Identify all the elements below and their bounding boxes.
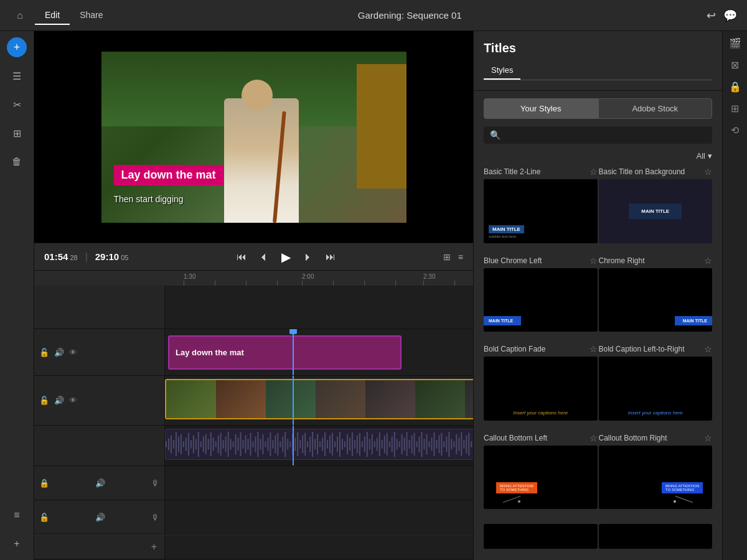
svg-rect-1: [168, 438, 169, 450]
title-item-callout-left: Callout Bottom Left ☆ BRING ATTENTIONTO …: [484, 433, 598, 521]
video-clip[interactable]: [165, 379, 473, 419]
skip-forward-button[interactable]: ⏭: [323, 250, 338, 264]
title-clip-label: Lay down the mat: [176, 348, 244, 357]
sidebar-plus-icon[interactable]: +: [7, 534, 27, 554]
ri-rotate-icon[interactable]: ⟲: [731, 124, 739, 136]
thumb-chrome-right[interactable]: MAIN TITLE: [599, 268, 713, 332]
svg-rect-25: [228, 432, 229, 457]
adobe-stock-button[interactable]: Adobe Stock: [598, 98, 713, 119]
star-basic-2line[interactable]: ☆: [590, 167, 598, 177]
top-bar-left: ⌂ Edit Share: [10, 6, 113, 26]
svg-rect-82: [369, 439, 370, 449]
undo-icon[interactable]: ↩: [707, 9, 716, 22]
svg-rect-33: [248, 439, 249, 449]
lock-icon-a2[interactable]: 🔓: [39, 513, 49, 522]
audio-icon-a1[interactable]: 🔊: [95, 478, 105, 488]
filter-button[interactable]: All ▾: [697, 151, 712, 161]
svg-rect-4: [176, 432, 177, 456]
skip-back-button[interactable]: ⏮: [234, 250, 249, 264]
thumb-extra-1[interactable]: [484, 524, 598, 549]
svg-rect-65: [327, 440, 328, 448]
step-back-button[interactable]: ⏴: [256, 250, 271, 264]
home-icon[interactable]: ⌂: [10, 6, 30, 26]
search-bar: 🔍: [484, 126, 712, 144]
tab-edit[interactable]: Edit: [35, 6, 70, 25]
comment-icon[interactable]: 💬: [723, 9, 737, 22]
title-clip[interactable]: Lay down the mat: [168, 335, 402, 370]
svg-rect-108: [433, 432, 435, 456]
star-callout-left[interactable]: ☆: [590, 433, 598, 443]
track-audio-1: 🔒 🔊 🎙: [34, 466, 473, 500]
mic-icon-a1[interactable]: 🎙: [151, 478, 159, 488]
svg-rect-116: [453, 441, 454, 447]
ri-lock-icon[interactable]: 🔒: [729, 81, 741, 93]
lock-icon-title[interactable]: 🔓: [39, 348, 49, 357]
right-panel-header: Titles Styles: [474, 31, 722, 91]
ri-filter-icon[interactable]: ⊠: [731, 59, 739, 71]
star-basic-bg[interactable]: ☆: [704, 167, 712, 177]
thumb-bold-caption-ltr[interactable]: Insert your captions here: [599, 357, 713, 421]
vis-icon-title[interactable]: 👁: [69, 348, 77, 357]
svg-rect-26: [230, 439, 232, 449]
star-chrome-right[interactable]: ☆: [704, 256, 712, 266]
thumb-callout-left[interactable]: BRING ATTENTIONTO SOMETHING: [484, 446, 598, 510]
play-button[interactable]: ▶: [279, 248, 293, 266]
lock-icon-video[interactable]: 🔓: [39, 396, 49, 405]
video-thumb-2: [216, 380, 266, 418]
svg-rect-9: [188, 433, 189, 455]
transport-bar: 01:54 28 | 29:10 05 ⏮ ⏴ ▶ ⏵ ⏭ ⊞ ≡: [34, 243, 473, 271]
panel-tabs: Styles: [484, 62, 712, 80]
video-bg: Lay down the mat Then start digging: [101, 52, 406, 223]
settings-icon[interactable]: ≡: [458, 252, 463, 262]
audio-icon-video[interactable]: 🔊: [54, 396, 64, 405]
sidebar-trim-icon[interactable]: ✂: [7, 95, 27, 114]
lock-icon-a1[interactable]: 🔒: [39, 478, 49, 488]
vis-icon-video[interactable]: 👁: [69, 396, 77, 405]
callout-box-left: BRING ATTENTIONTO SOMETHING: [496, 482, 537, 493]
star-callout-right[interactable]: ☆: [704, 433, 712, 443]
timeline-area: 1:30 2:00 2:30: [34, 271, 473, 560]
svg-rect-43: [272, 440, 273, 448]
thumb-callout-right[interactable]: BRING ATTENTIONTO SOMETHING: [599, 446, 713, 510]
thumb-bold-caption-fade[interactable]: Insert your captions here: [484, 357, 598, 421]
svg-rect-88: [384, 436, 385, 454]
svg-rect-16: [205, 434, 207, 455]
sidebar-delete-icon[interactable]: 🗑: [7, 152, 27, 172]
svg-rect-5: [178, 437, 179, 452]
svg-rect-87: [382, 440, 383, 448]
ri-titles-icon[interactable]: 🎬: [729, 37, 741, 49]
search-input[interactable]: [505, 131, 706, 140]
style-buttons: Your Styles Adobe Stock: [484, 98, 712, 119]
track-body-video: [165, 376, 473, 425]
sidebar-list-icon[interactable]: ≡: [7, 505, 27, 525]
add-button[interactable]: +: [7, 37, 27, 57]
star-bold-caption-fade[interactable]: ☆: [590, 344, 598, 354]
star-blue-chrome-l[interactable]: ☆: [590, 256, 598, 266]
add-track-button[interactable]: +: [151, 541, 157, 553]
mic-icon-a2[interactable]: 🎙: [151, 513, 159, 522]
svg-rect-30: [240, 432, 242, 456]
sidebar-menu-icon[interactable]: ☰: [7, 66, 27, 86]
star-bold-caption-ltr[interactable]: ☆: [704, 344, 712, 354]
svg-rect-19: [213, 437, 214, 450]
svg-rect-99: [411, 436, 413, 454]
thumb-blue-chrome-l[interactable]: MAIN TITLE: [484, 268, 598, 332]
svg-rect-68: [334, 441, 336, 447]
thumb-basic-2line[interactable]: MAIN TITLE subtitle text here: [484, 179, 598, 243]
step-forward-button[interactable]: ⏵: [301, 250, 316, 264]
sidebar-grid-icon[interactable]: ⊞: [7, 123, 27, 143]
thumb-extra-2[interactable]: [599, 524, 713, 549]
your-styles-button[interactable]: Your Styles: [484, 98, 598, 119]
audio-icon-a2[interactable]: 🔊: [95, 513, 105, 522]
svg-rect-3: [173, 440, 174, 448]
sequence-title: Gardening: Sequence 01: [358, 10, 462, 21]
thumb-basic-bg[interactable]: MAIN TITLE: [599, 179, 713, 243]
ri-grid-icon[interactable]: ⊞: [731, 103, 739, 114]
tab-share[interactable]: Share: [70, 6, 113, 25]
tab-styles[interactable]: Styles: [484, 62, 520, 80]
svg-rect-40: [265, 441, 266, 447]
audio-icon-title[interactable]: 🔊: [54, 348, 64, 357]
svg-rect-92: [394, 432, 395, 457]
layout-icon[interactable]: ⊞: [443, 252, 451, 262]
svg-rect-120: [463, 440, 464, 448]
